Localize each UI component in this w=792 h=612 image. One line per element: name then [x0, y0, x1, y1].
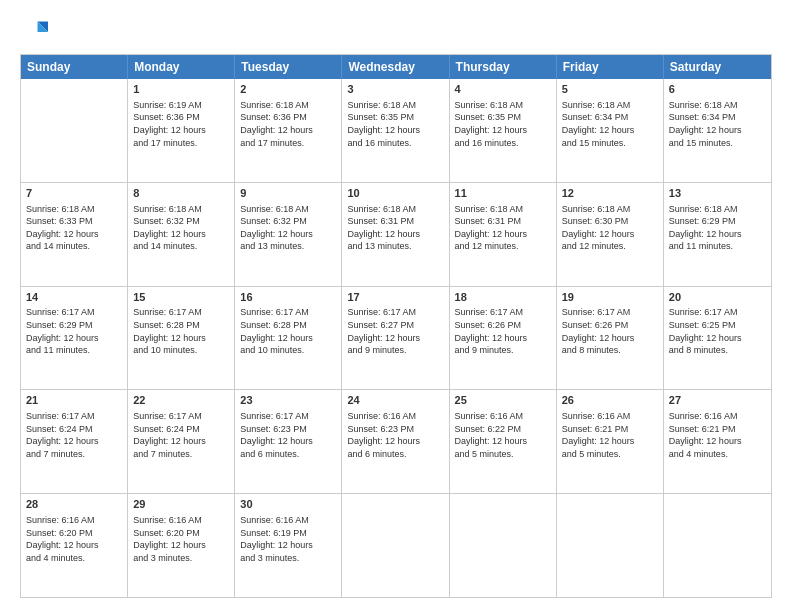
calendar-cell: 29Sunrise: 6:16 AMSunset: 6:20 PMDayligh…: [128, 494, 235, 597]
day-number: 9: [240, 186, 336, 201]
calendar-cell: [664, 494, 771, 597]
cell-info: Sunrise: 6:18 AMSunset: 6:34 PMDaylight:…: [669, 99, 766, 149]
calendar-cell: [557, 494, 664, 597]
cell-info: Sunrise: 6:18 AMSunset: 6:36 PMDaylight:…: [240, 99, 336, 149]
calendar-cell: 3Sunrise: 6:18 AMSunset: 6:35 PMDaylight…: [342, 79, 449, 182]
header-day-wednesday: Wednesday: [342, 55, 449, 79]
calendar-cell: 5Sunrise: 6:18 AMSunset: 6:34 PMDaylight…: [557, 79, 664, 182]
calendar-row-3: 21Sunrise: 6:17 AMSunset: 6:24 PMDayligh…: [21, 389, 771, 493]
calendar-cell: 26Sunrise: 6:16 AMSunset: 6:21 PMDayligh…: [557, 390, 664, 493]
cell-info: Sunrise: 6:18 AMSunset: 6:31 PMDaylight:…: [455, 203, 551, 253]
cell-info: Sunrise: 6:16 AMSunset: 6:19 PMDaylight:…: [240, 514, 336, 564]
day-number: 12: [562, 186, 658, 201]
calendar-cell: 9Sunrise: 6:18 AMSunset: 6:32 PMDaylight…: [235, 183, 342, 286]
day-number: 5: [562, 82, 658, 97]
day-number: 11: [455, 186, 551, 201]
cell-info: Sunrise: 6:18 AMSunset: 6:31 PMDaylight:…: [347, 203, 443, 253]
calendar-header: SundayMondayTuesdayWednesdayThursdayFrid…: [21, 55, 771, 79]
day-number: 18: [455, 290, 551, 305]
calendar-cell: [21, 79, 128, 182]
calendar-cell: 25Sunrise: 6:16 AMSunset: 6:22 PMDayligh…: [450, 390, 557, 493]
cell-info: Sunrise: 6:16 AMSunset: 6:23 PMDaylight:…: [347, 410, 443, 460]
day-number: 10: [347, 186, 443, 201]
calendar-row-2: 14Sunrise: 6:17 AMSunset: 6:29 PMDayligh…: [21, 286, 771, 390]
calendar-cell: 20Sunrise: 6:17 AMSunset: 6:25 PMDayligh…: [664, 287, 771, 390]
day-number: 22: [133, 393, 229, 408]
day-number: 4: [455, 82, 551, 97]
day-number: 13: [669, 186, 766, 201]
cell-info: Sunrise: 6:16 AMSunset: 6:22 PMDaylight:…: [455, 410, 551, 460]
day-number: 23: [240, 393, 336, 408]
calendar-cell: 14Sunrise: 6:17 AMSunset: 6:29 PMDayligh…: [21, 287, 128, 390]
calendar: SundayMondayTuesdayWednesdayThursdayFrid…: [20, 54, 772, 598]
calendar-cell: 28Sunrise: 6:16 AMSunset: 6:20 PMDayligh…: [21, 494, 128, 597]
calendar-cell: 6Sunrise: 6:18 AMSunset: 6:34 PMDaylight…: [664, 79, 771, 182]
calendar-cell: 11Sunrise: 6:18 AMSunset: 6:31 PMDayligh…: [450, 183, 557, 286]
day-number: 26: [562, 393, 658, 408]
header-day-thursday: Thursday: [450, 55, 557, 79]
cell-info: Sunrise: 6:17 AMSunset: 6:27 PMDaylight:…: [347, 306, 443, 356]
day-number: 14: [26, 290, 122, 305]
day-number: 25: [455, 393, 551, 408]
calendar-row-0: 1Sunrise: 6:19 AMSunset: 6:36 PMDaylight…: [21, 79, 771, 182]
cell-info: Sunrise: 6:18 AMSunset: 6:34 PMDaylight:…: [562, 99, 658, 149]
header-day-friday: Friday: [557, 55, 664, 79]
day-number: 28: [26, 497, 122, 512]
calendar-cell: [450, 494, 557, 597]
calendar-cell: 15Sunrise: 6:17 AMSunset: 6:28 PMDayligh…: [128, 287, 235, 390]
cell-info: Sunrise: 6:16 AMSunset: 6:21 PMDaylight:…: [669, 410, 766, 460]
cell-info: Sunrise: 6:17 AMSunset: 6:29 PMDaylight:…: [26, 306, 122, 356]
day-number: 7: [26, 186, 122, 201]
calendar-cell: 19Sunrise: 6:17 AMSunset: 6:26 PMDayligh…: [557, 287, 664, 390]
calendar-cell: 27Sunrise: 6:16 AMSunset: 6:21 PMDayligh…: [664, 390, 771, 493]
calendar-cell: 8Sunrise: 6:18 AMSunset: 6:32 PMDaylight…: [128, 183, 235, 286]
calendar-body: 1Sunrise: 6:19 AMSunset: 6:36 PMDaylight…: [21, 79, 771, 597]
top-section: [20, 18, 772, 46]
day-number: 2: [240, 82, 336, 97]
header-day-saturday: Saturday: [664, 55, 771, 79]
cell-info: Sunrise: 6:18 AMSunset: 6:35 PMDaylight:…: [347, 99, 443, 149]
day-number: 30: [240, 497, 336, 512]
cell-info: Sunrise: 6:18 AMSunset: 6:32 PMDaylight:…: [133, 203, 229, 253]
cell-info: Sunrise: 6:16 AMSunset: 6:20 PMDaylight:…: [26, 514, 122, 564]
calendar-cell: 30Sunrise: 6:16 AMSunset: 6:19 PMDayligh…: [235, 494, 342, 597]
calendar-row-4: 28Sunrise: 6:16 AMSunset: 6:20 PMDayligh…: [21, 493, 771, 597]
calendar-cell: 10Sunrise: 6:18 AMSunset: 6:31 PMDayligh…: [342, 183, 449, 286]
day-number: 6: [669, 82, 766, 97]
calendar-cell: 24Sunrise: 6:16 AMSunset: 6:23 PMDayligh…: [342, 390, 449, 493]
calendar-cell: 21Sunrise: 6:17 AMSunset: 6:24 PMDayligh…: [21, 390, 128, 493]
calendar-cell: 18Sunrise: 6:17 AMSunset: 6:26 PMDayligh…: [450, 287, 557, 390]
cell-info: Sunrise: 6:18 AMSunset: 6:35 PMDaylight:…: [455, 99, 551, 149]
cell-info: Sunrise: 6:18 AMSunset: 6:29 PMDaylight:…: [669, 203, 766, 253]
logo: [20, 18, 52, 46]
calendar-row-1: 7Sunrise: 6:18 AMSunset: 6:33 PMDaylight…: [21, 182, 771, 286]
calendar-cell: 7Sunrise: 6:18 AMSunset: 6:33 PMDaylight…: [21, 183, 128, 286]
day-number: 17: [347, 290, 443, 305]
cell-info: Sunrise: 6:18 AMSunset: 6:32 PMDaylight:…: [240, 203, 336, 253]
calendar-cell: 4Sunrise: 6:18 AMSunset: 6:35 PMDaylight…: [450, 79, 557, 182]
cell-info: Sunrise: 6:18 AMSunset: 6:33 PMDaylight:…: [26, 203, 122, 253]
header-day-sunday: Sunday: [21, 55, 128, 79]
calendar-cell: [342, 494, 449, 597]
header-day-tuesday: Tuesday: [235, 55, 342, 79]
day-number: 21: [26, 393, 122, 408]
cell-info: Sunrise: 6:16 AMSunset: 6:21 PMDaylight:…: [562, 410, 658, 460]
day-number: 29: [133, 497, 229, 512]
day-number: 24: [347, 393, 443, 408]
calendar-cell: 22Sunrise: 6:17 AMSunset: 6:24 PMDayligh…: [128, 390, 235, 493]
logo-icon: [20, 18, 48, 46]
cell-info: Sunrise: 6:18 AMSunset: 6:30 PMDaylight:…: [562, 203, 658, 253]
cell-info: Sunrise: 6:17 AMSunset: 6:28 PMDaylight:…: [133, 306, 229, 356]
day-number: 20: [669, 290, 766, 305]
calendar-cell: 17Sunrise: 6:17 AMSunset: 6:27 PMDayligh…: [342, 287, 449, 390]
cell-info: Sunrise: 6:17 AMSunset: 6:28 PMDaylight:…: [240, 306, 336, 356]
day-number: 27: [669, 393, 766, 408]
cell-info: Sunrise: 6:19 AMSunset: 6:36 PMDaylight:…: [133, 99, 229, 149]
cell-info: Sunrise: 6:17 AMSunset: 6:25 PMDaylight:…: [669, 306, 766, 356]
calendar-cell: 12Sunrise: 6:18 AMSunset: 6:30 PMDayligh…: [557, 183, 664, 286]
day-number: 19: [562, 290, 658, 305]
day-number: 1: [133, 82, 229, 97]
calendar-cell: 23Sunrise: 6:17 AMSunset: 6:23 PMDayligh…: [235, 390, 342, 493]
cell-info: Sunrise: 6:16 AMSunset: 6:20 PMDaylight:…: [133, 514, 229, 564]
calendar-cell: 16Sunrise: 6:17 AMSunset: 6:28 PMDayligh…: [235, 287, 342, 390]
